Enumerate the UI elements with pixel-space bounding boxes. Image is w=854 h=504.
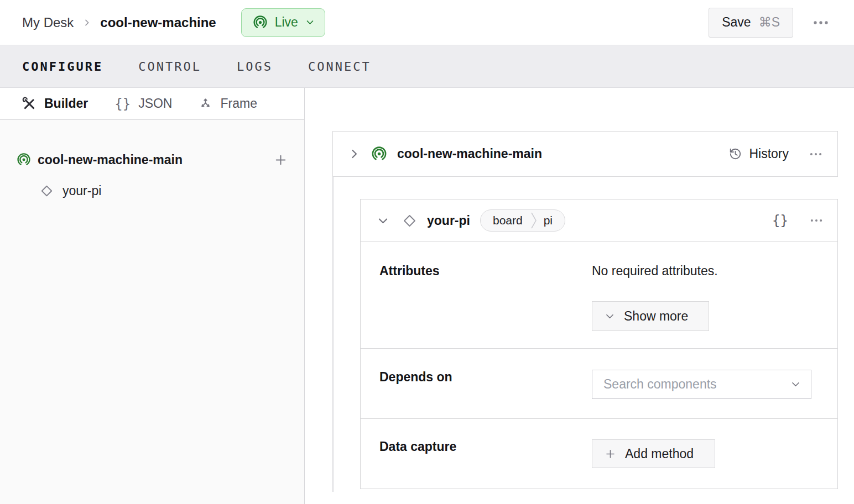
tools-icon — [22, 97, 37, 111]
collapse-card-button[interactable] — [377, 215, 389, 227]
component-card-header: your-pi board pi {} — [361, 200, 837, 242]
tree-item-label: cool-new-machine-main — [38, 153, 183, 167]
breadcrumb-my-desk-link[interactable]: My Desk — [22, 15, 74, 30]
machine-part-title: cool-new-machine-main — [397, 146, 542, 161]
attributes-section: Attributes No required attributes. Show … — [361, 242, 837, 349]
diamond-icon — [40, 184, 54, 198]
save-button[interactable]: Save ⌘S — [709, 8, 793, 38]
history-button[interactable]: History — [728, 146, 789, 161]
depends-on-label: Depends on — [379, 370, 592, 418]
braces-icon: {} — [114, 96, 131, 112]
tree-connector-line — [332, 176, 334, 492]
depends-on-content — [592, 370, 821, 418]
edit-json-button[interactable]: {} — [772, 213, 788, 228]
diamond-icon — [402, 213, 417, 228]
chevron-down-icon — [605, 311, 615, 322]
config-view-switcher: Builder {} JSON Frame — [0, 88, 304, 120]
component-model: pi — [537, 214, 565, 227]
expand-card-button[interactable] — [348, 148, 360, 160]
save-shortcut: ⌘S — [759, 15, 780, 30]
app-root: My Desk cool-new-machine Live Save ⌘S — [0, 0, 854, 504]
view-tab-frame[interactable]: Frame — [199, 96, 257, 111]
component-card: your-pi board pi {} Attributes N — [360, 199, 838, 489]
tree-item-label: your-pi — [63, 183, 101, 198]
main-nav-tabs: CONFIGURE CONTROL LOGS CONNECT — [0, 45, 854, 88]
top-header: My Desk cool-new-machine Live Save ⌘S — [0, 0, 854, 45]
chevron-down-icon — [790, 379, 801, 390]
broadcast-icon — [253, 15, 268, 30]
view-tab-builder[interactable]: Builder — [22, 96, 88, 111]
machine-card-more-button[interactable] — [809, 147, 823, 161]
history-label: History — [749, 146, 789, 161]
attributes-content: No required attributes. Show more — [592, 264, 821, 348]
show-more-label: Show more — [624, 309, 688, 324]
depends-on-select[interactable] — [592, 370, 811, 399]
attributes-empty-text: No required attributes. — [592, 264, 821, 279]
plus-icon — [605, 448, 616, 460]
view-tab-label: Builder — [44, 96, 88, 111]
view-tab-label: Frame — [220, 96, 257, 111]
tree-item-component[interactable]: your-pi — [0, 175, 304, 206]
tab-logs[interactable]: LOGS — [237, 60, 273, 74]
badge-chevron-divider — [530, 211, 537, 230]
data-capture-section: Data capture Add method — [361, 419, 837, 489]
builder-panel: cool-new-machine-main History — [305, 88, 854, 504]
tab-configure[interactable]: CONFIGURE — [22, 60, 103, 74]
tree-item-machine-part[interactable]: cool-new-machine-main — [0, 144, 304, 175]
component-type-badge: board pi — [480, 209, 565, 232]
status-label: Live — [275, 15, 298, 30]
data-capture-label: Data capture — [379, 439, 592, 489]
component-category: board — [481, 214, 530, 227]
show-more-button[interactable]: Show more — [592, 301, 709, 331]
attributes-label: Attributes — [379, 264, 592, 348]
machine-tree: cool-new-machine-main your-pi — [0, 120, 304, 206]
breadcrumb-current-machine: cool-new-machine — [100, 15, 216, 30]
depends-on-search-input[interactable] — [603, 377, 790, 392]
chevron-down-icon — [305, 18, 315, 27]
add-method-label: Add method — [625, 447, 694, 461]
depends-on-section: Depends on — [361, 349, 837, 419]
add-component-button[interactable] — [274, 153, 288, 167]
add-method-button[interactable]: Add method — [592, 439, 715, 468]
history-clock-icon — [728, 147, 742, 161]
view-tab-label: JSON — [138, 96, 172, 111]
machine-status-dropdown[interactable]: Live — [241, 8, 325, 37]
tab-control[interactable]: CONTROL — [138, 60, 201, 74]
data-capture-content: Add method — [592, 439, 821, 489]
component-title: your-pi — [427, 213, 470, 228]
save-label: Save — [722, 15, 751, 30]
frame-axes-icon — [199, 97, 212, 111]
header-more-menu-button[interactable] — [812, 14, 830, 32]
tab-connect[interactable]: CONNECT — [308, 60, 371, 74]
breadcrumb: My Desk cool-new-machine — [22, 15, 216, 30]
broadcast-icon — [17, 153, 31, 167]
config-sidebar: Builder {} JSON Frame — [0, 88, 305, 504]
machine-part-card: cool-new-machine-main History — [332, 131, 838, 177]
view-tab-json[interactable]: {} JSON — [114, 96, 172, 112]
component-card-more-button[interactable] — [809, 213, 824, 228]
broadcast-icon — [371, 146, 387, 162]
breadcrumb-chevron-icon — [82, 18, 91, 27]
